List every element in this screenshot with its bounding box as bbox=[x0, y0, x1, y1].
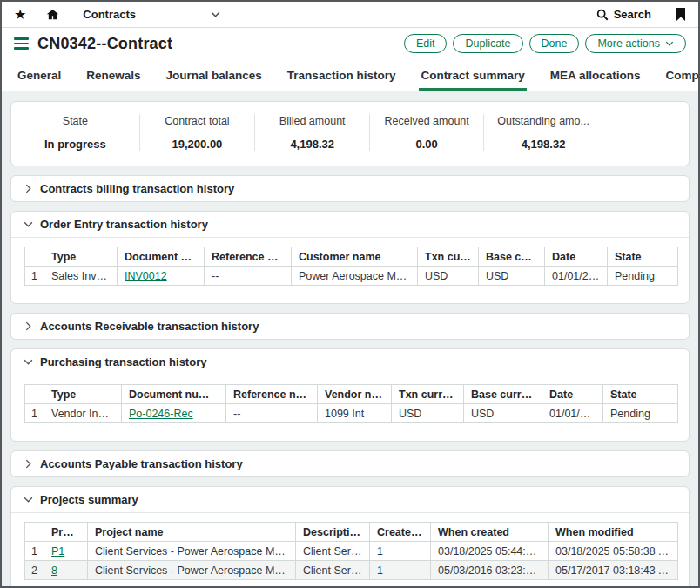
table-cell: 05/17/2017 03:18:43 AM bbox=[549, 561, 678, 580]
table-cell: USD bbox=[464, 404, 542, 423]
table-cell: P1 bbox=[44, 542, 88, 561]
tab-journal-balances[interactable]: Journal balances bbox=[165, 62, 264, 91]
record-link[interactable]: 8 bbox=[51, 564, 57, 577]
stat-value: 4,198.32 bbox=[255, 138, 369, 151]
section-accounts-receivable: Accounts Receivable transaction history bbox=[10, 313, 690, 340]
more-actions-button[interactable]: More actions bbox=[585, 34, 686, 53]
bookmark-icon[interactable] bbox=[676, 8, 686, 21]
column-header bbox=[25, 523, 44, 542]
tab-mea-allocations[interactable]: MEA allocations bbox=[549, 62, 643, 91]
column-header: Base currency bbox=[464, 385, 542, 404]
column-header: State bbox=[603, 385, 678, 404]
record-link[interactable]: INV0012 bbox=[125, 270, 167, 282]
table-cell: 03/18/2025 05:58:38 AM bbox=[549, 542, 678, 561]
order-entry-table-wrap: TypeDocument numberReference numberCusto… bbox=[11, 238, 689, 303]
table-cell: Client Services bbox=[296, 542, 370, 561]
chevron-down-icon bbox=[24, 359, 33, 365]
table-cell: 1 bbox=[370, 561, 431, 580]
tab-general[interactable]: General bbox=[16, 62, 63, 91]
stat-value: 19,200.00 bbox=[140, 138, 254, 151]
order-entry-table: TypeDocument numberReference numberCusto… bbox=[24, 247, 678, 286]
module-dropdown[interactable]: Contracts bbox=[83, 8, 220, 21]
record-list-icon[interactable] bbox=[14, 37, 29, 50]
column-header: Type bbox=[44, 247, 118, 267]
row-number: 1 bbox=[25, 267, 44, 286]
column-header bbox=[25, 247, 44, 267]
stat-value: 4,198.32 bbox=[484, 138, 602, 151]
table-row: 28Client Services - Power Aerospace Mate… bbox=[25, 561, 678, 580]
column-header: State bbox=[608, 247, 678, 267]
stat-label: Received amount bbox=[370, 115, 483, 127]
column-header bbox=[25, 385, 44, 404]
section-title: Order Entry transaction history bbox=[40, 218, 208, 231]
edit-button[interactable]: Edit bbox=[404, 34, 448, 53]
page-content: State In progress Contract total 19,200.… bbox=[2, 91, 698, 586]
column-header: Reference number bbox=[205, 247, 292, 267]
table-cell: USD bbox=[392, 404, 464, 423]
section-toggle-projects-summary[interactable]: Projects summary bbox=[11, 487, 689, 513]
table-cell: 1099 Int bbox=[318, 404, 392, 423]
stat-value: 0.00 bbox=[370, 138, 483, 151]
column-header: Project name bbox=[88, 523, 296, 542]
table-cell: 01/01/2025 bbox=[545, 267, 608, 286]
column-header: Txn currency bbox=[418, 247, 479, 267]
chevron-down-icon bbox=[665, 41, 674, 46]
chevron-right-icon bbox=[24, 459, 33, 469]
column-header: Type bbox=[44, 385, 122, 404]
projects-table: ProjectProject nameDescriptionCreated by… bbox=[24, 522, 678, 580]
tab-transaction-history[interactable]: Transaction history bbox=[286, 62, 398, 91]
table-cell: Sales Invoice bbox=[44, 267, 118, 286]
search-button[interactable]: Search bbox=[596, 8, 651, 21]
home-icon[interactable] bbox=[45, 8, 60, 22]
row-number: 1 bbox=[25, 404, 44, 423]
stat-received-amount: Received amount 0.00 bbox=[370, 114, 484, 151]
chevron-down-icon bbox=[211, 11, 220, 17]
column-header: Base currency bbox=[479, 247, 545, 267]
table-row: 1P1Client Services - Power Aerospace Mat… bbox=[25, 542, 678, 561]
table-cell: Vendor Invoice bbox=[44, 404, 122, 423]
section-projects-summary: Projects summary ProjectProject nameDesc… bbox=[10, 486, 690, 586]
column-header: Date bbox=[545, 247, 608, 267]
table-cell: Client Services - Power Aerospace Materi… bbox=[88, 561, 296, 580]
app-window: { "topbar": { "app_menu": "Contracts", "… bbox=[0, 0, 700, 588]
section-toggle-accounts-payable[interactable]: Accounts Payable transaction history bbox=[11, 451, 689, 476]
section-title: Accounts Receivable transaction history bbox=[40, 320, 259, 333]
table-cell: Client Services bbox=[296, 561, 370, 580]
section-toggle-order-entry[interactable]: Order Entry transaction history bbox=[11, 212, 689, 238]
section-accounts-payable: Accounts Payable transaction history bbox=[10, 450, 690, 477]
table-cell: Pending bbox=[608, 267, 678, 286]
table-cell: 8 bbox=[44, 561, 88, 580]
favorite-star-icon[interactable]: ★ bbox=[14, 6, 26, 23]
table-row: 1Sales InvoiceINV0012--Power Aerospace M… bbox=[25, 267, 678, 286]
projects-table-wrap: ProjectProject nameDescriptionCreated by… bbox=[11, 513, 689, 586]
section-title: Contracts billing transaction history bbox=[40, 182, 234, 195]
table-cell: -- bbox=[226, 404, 318, 423]
section-toggle-contracts-billing[interactable]: Contracts billing transaction history bbox=[11, 176, 689, 201]
record-link[interactable]: P1 bbox=[51, 545, 64, 558]
record-link[interactable]: Po-0246-Rec bbox=[129, 408, 193, 420]
stat-label: Contract total bbox=[140, 115, 254, 127]
column-header: Document number bbox=[118, 247, 205, 267]
stat-contract-total: Contract total 19,200.00 bbox=[140, 114, 255, 151]
tab-contract-summary[interactable]: Contract summary bbox=[419, 62, 526, 91]
table-cell: 03/18/2025 05:44:44 AM bbox=[431, 542, 549, 561]
section-toggle-accounts-receivable[interactable]: Accounts Receivable transaction history bbox=[11, 314, 689, 339]
tab-compliance[interactable]: Compliance bbox=[663, 62, 700, 91]
stat-outstanding-amount: Outstanding amo... 4,198.32 bbox=[484, 114, 602, 151]
column-header: Customer name bbox=[292, 247, 418, 267]
column-header: Date bbox=[542, 385, 603, 404]
table-cell: 01/01/2025 bbox=[542, 404, 603, 423]
column-header: When modified bbox=[549, 523, 678, 542]
section-title: Accounts Payable transaction history bbox=[40, 457, 243, 470]
table-cell: Power Aerospace Materials bbox=[292, 267, 418, 286]
purchasing-table: TypeDocument numberReference numberVendo… bbox=[24, 384, 678, 423]
table-cell: -- bbox=[205, 267, 292, 286]
duplicate-button[interactable]: Duplicate bbox=[453, 34, 522, 53]
done-button[interactable]: Done bbox=[529, 34, 580, 53]
more-actions-label: More actions bbox=[597, 37, 660, 50]
column-header: Reference number bbox=[226, 385, 318, 404]
tab-renewals[interactable]: Renewals bbox=[84, 62, 142, 91]
section-toggle-purchasing[interactable]: Purchasing transaction history bbox=[11, 349, 689, 375]
section-purchasing: Purchasing transaction history TypeDocum… bbox=[10, 348, 690, 442]
header-actions: Edit Duplicate Done More actions bbox=[404, 34, 686, 53]
